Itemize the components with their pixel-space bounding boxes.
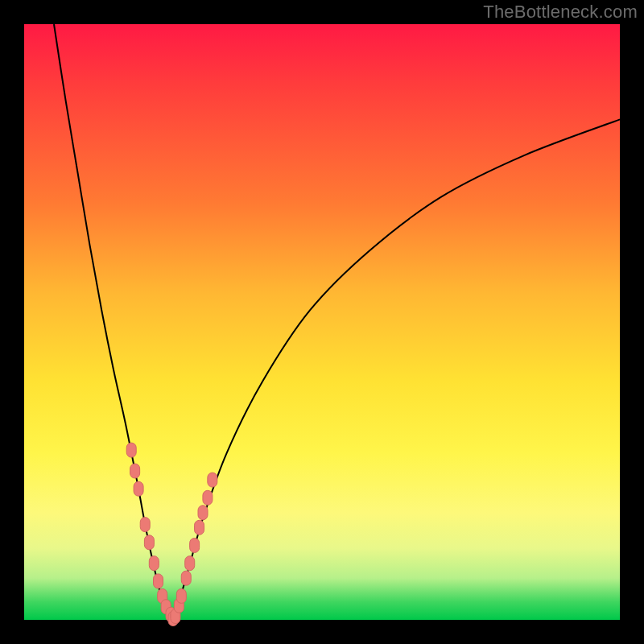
data-marker [203, 490, 213, 505]
chart-frame: TheBottleneck.com [0, 0, 644, 644]
data-marker [208, 473, 217, 487]
data-marker [126, 443, 136, 457]
data-marker [190, 539, 200, 553]
data-marker [144, 535, 154, 550]
data-marker [140, 518, 150, 532]
data-marker [185, 556, 195, 571]
marker-group [126, 443, 217, 625]
data-marker [181, 571, 191, 585]
watermark-text: TheBottleneck.com [483, 2, 638, 23]
data-marker [195, 520, 204, 535]
data-marker [134, 481, 143, 496]
data-marker [198, 506, 208, 520]
data-marker [176, 588, 186, 603]
chart-svg [24, 24, 620, 620]
data-marker [154, 574, 163, 588]
plot-area [24, 24, 620, 620]
data-marker [130, 464, 140, 478]
data-marker [149, 556, 159, 571]
curve-right-branch [173, 119, 620, 620]
curve-left-branch [54, 24, 173, 620]
